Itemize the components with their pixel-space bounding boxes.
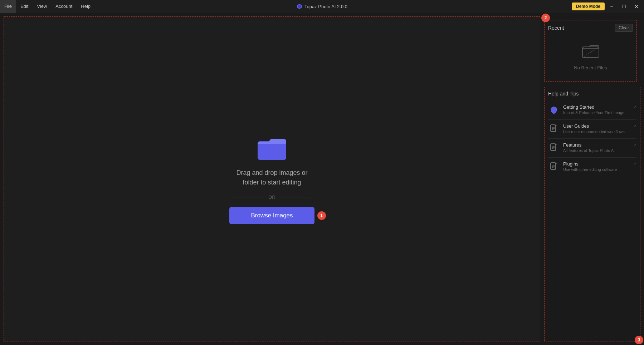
help-item-desc: All features of Topaz Photo AI bbox=[563, 148, 629, 153]
browse-images-button[interactable]: Browse Images bbox=[229, 207, 314, 224]
help-item-desc: Learn our recommended workflows bbox=[563, 129, 629, 134]
help-item-user-guides[interactable]: User Guides Learn our recommended workfl… bbox=[548, 120, 636, 139]
badge-3: 3 bbox=[635, 336, 643, 344]
titlebar-controls: Demo Mode − □ ✕ bbox=[572, 1, 644, 11]
document-icon bbox=[548, 123, 560, 135]
help-item-content: Getting Started Import & Enhance Your Fi… bbox=[563, 104, 629, 115]
help-item-content: Plugins Use with other editing software bbox=[563, 161, 629, 172]
no-recent-section: No Recent Files bbox=[548, 35, 633, 78]
help-item-plugins[interactable]: Plugins Use with other editing software … bbox=[548, 158, 636, 176]
help-item-title: Getting Started bbox=[563, 104, 629, 110]
help-panel-wrapper: Help and Tips Getting Started Import & E… bbox=[544, 87, 640, 341]
recent-panel: Recent Clear No Recent Files bbox=[544, 20, 637, 82]
external-link-icon: ↗ bbox=[633, 161, 636, 166]
badge-2: 2 bbox=[541, 14, 550, 22]
menu-help[interactable]: Help bbox=[77, 0, 95, 13]
drop-zone[interactable]: Drag and drop images or folder to start … bbox=[4, 16, 540, 341]
help-item-title: Plugins bbox=[563, 161, 629, 167]
recent-title: Recent bbox=[548, 25, 564, 31]
help-item-content: Features All features of Topaz Photo AI bbox=[563, 142, 629, 153]
empty-folder-icon bbox=[582, 43, 600, 61]
badge-1: 1 bbox=[317, 211, 326, 220]
external-link-icon: ↗ bbox=[633, 104, 636, 109]
close-button[interactable]: ✕ bbox=[631, 1, 641, 11]
menu-file[interactable]: File bbox=[0, 0, 16, 13]
menu-view[interactable]: View bbox=[33, 0, 51, 13]
main-layout: Drag and drop images or folder to start … bbox=[0, 13, 644, 345]
sidebar: 2 Recent Clear No Recent Files bbox=[544, 13, 644, 345]
demo-mode-button[interactable]: Demo Mode bbox=[572, 3, 605, 10]
help-item-content: User Guides Learn our recommended workfl… bbox=[563, 123, 629, 134]
or-divider: OR bbox=[233, 194, 311, 200]
help-item-desc: Import & Enhance Your First Image bbox=[563, 110, 629, 115]
shield-icon bbox=[548, 104, 560, 116]
external-link-icon: ↗ bbox=[633, 142, 636, 147]
clear-button[interactable]: Clear bbox=[615, 24, 633, 32]
document-icon bbox=[548, 142, 560, 154]
help-item-features[interactable]: Features All features of Topaz Photo AI … bbox=[548, 139, 636, 158]
external-link-icon: ↗ bbox=[633, 123, 636, 128]
titlebar: File Edit View Account Help Topaz Photo … bbox=[0, 0, 644, 13]
help-title: Help and Tips bbox=[548, 91, 636, 97]
drop-text: Drag and drop images or folder to start … bbox=[236, 168, 307, 187]
document-icon bbox=[548, 161, 560, 173]
panel-header: Recent Clear bbox=[548, 24, 633, 32]
app-title: Topaz Photo AI 2.0.0 bbox=[304, 4, 347, 9]
help-panel: Help and Tips Getting Started Import & E… bbox=[544, 87, 640, 341]
help-item-getting-started[interactable]: Getting Started Import & Enhance Your Fi… bbox=[548, 101, 636, 120]
minimize-button[interactable]: − bbox=[607, 1, 617, 11]
help-item-title: User Guides bbox=[563, 123, 629, 129]
titlebar-center: Topaz Photo AI 2.0.0 bbox=[297, 4, 347, 9]
titlebar-menu: File Edit View Account Help bbox=[0, 0, 95, 13]
topaz-logo-icon bbox=[297, 4, 302, 9]
menu-edit[interactable]: Edit bbox=[16, 0, 33, 13]
recent-panel-wrapper: 2 Recent Clear No Recent Files bbox=[544, 16, 640, 83]
menu-account[interactable]: Account bbox=[51, 0, 77, 13]
help-item-desc: Use with other editing software bbox=[563, 167, 629, 172]
folder-icon bbox=[256, 134, 288, 161]
no-recent-text: No Recent Files bbox=[574, 65, 607, 70]
maximize-button[interactable]: □ bbox=[619, 1, 629, 11]
help-item-title: Features bbox=[563, 142, 629, 148]
